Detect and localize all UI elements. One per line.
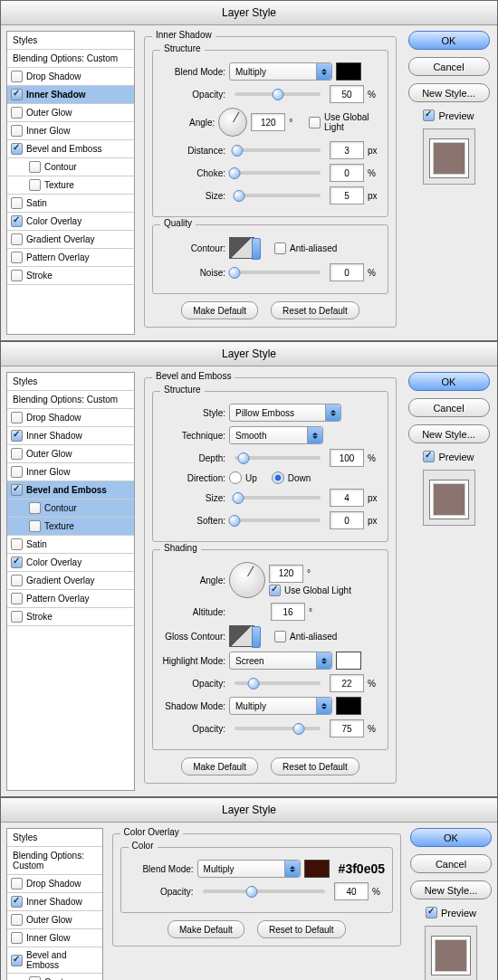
checkbox[interactable] xyxy=(29,520,41,532)
sidebar-bevel-emboss[interactable]: Bevel and Emboss xyxy=(7,140,134,158)
blending-header[interactable]: Blending Options: Custom xyxy=(7,391,134,409)
cancel-button[interactable]: Cancel xyxy=(408,398,490,417)
highlight-opacity-input[interactable] xyxy=(330,674,364,692)
global-light-checkbox[interactable] xyxy=(309,117,321,128)
checkbox[interactable] xyxy=(11,270,23,281)
sidebar-outer-glow[interactable]: Outer Glow xyxy=(7,911,102,929)
sidebar-gradient-overlay[interactable]: Gradient Overlay xyxy=(7,572,134,590)
global-light-checkbox[interactable] xyxy=(269,585,281,596)
soften-input[interactable] xyxy=(330,511,364,529)
contour-picker[interactable] xyxy=(229,237,254,259)
checkbox[interactable] xyxy=(11,71,23,82)
opacity-slider[interactable] xyxy=(235,92,321,96)
sidebar-drop-shadow[interactable]: Drop Shadow xyxy=(7,409,134,427)
styles-header[interactable]: Styles xyxy=(7,829,102,847)
noise-slider[interactable] xyxy=(235,271,321,274)
preview-checkbox[interactable] xyxy=(426,907,437,918)
blending-header[interactable]: Blending Options: Custom xyxy=(7,847,102,875)
sidebar-texture[interactable]: Texture xyxy=(7,176,134,195)
styles-header[interactable]: Styles xyxy=(7,373,134,391)
checkbox[interactable] xyxy=(29,161,41,173)
checkbox[interactable] xyxy=(11,593,23,604)
choke-slider[interactable] xyxy=(235,171,321,175)
sidebar-color-overlay[interactable]: Color Overlay xyxy=(7,554,134,572)
sidebar-gradient-overlay[interactable]: Gradient Overlay xyxy=(7,231,134,249)
highlight-color-swatch[interactable] xyxy=(336,652,361,670)
sidebar-contour[interactable]: Contour xyxy=(7,500,134,518)
checkbox[interactable] xyxy=(11,448,23,460)
size-slider[interactable] xyxy=(235,194,321,197)
opacity-input[interactable] xyxy=(334,882,369,900)
direction-up-radio[interactable] xyxy=(229,471,242,484)
depth-slider[interactable] xyxy=(235,456,321,460)
sidebar-inner-shadow[interactable]: Inner Shadow xyxy=(7,893,102,911)
ok-button[interactable]: OK xyxy=(408,372,490,391)
shadow-opacity-slider[interactable] xyxy=(235,727,321,730)
ok-button[interactable]: OK xyxy=(410,828,492,847)
checkbox[interactable] xyxy=(11,89,23,100)
new-style-button[interactable]: New Style... xyxy=(410,880,492,899)
reset-default-button[interactable]: Reset to Default xyxy=(271,301,359,319)
sidebar-inner-shadow[interactable]: Inner Shadow xyxy=(7,427,134,445)
blending-header[interactable]: Blending Options: Custom xyxy=(7,50,134,68)
altitude-input[interactable] xyxy=(271,603,305,621)
cancel-button[interactable]: Cancel xyxy=(410,854,492,873)
checkbox[interactable] xyxy=(11,143,23,155)
opacity-slider[interactable] xyxy=(203,890,325,893)
sidebar-contour[interactable]: Contour xyxy=(7,974,102,980)
sidebar-drop-shadow[interactable]: Drop Shadow xyxy=(7,68,134,86)
ok-button[interactable]: OK xyxy=(408,31,490,50)
checkbox[interactable] xyxy=(11,611,23,623)
highlight-mode-select[interactable]: Screen xyxy=(229,652,332,670)
size-input[interactable] xyxy=(330,186,364,205)
reset-default-button[interactable]: Reset to Default xyxy=(271,757,359,775)
angle-dial[interactable] xyxy=(218,108,247,137)
sidebar-drop-shadow[interactable]: Drop Shadow xyxy=(7,875,102,893)
reset-default-button[interactable]: Reset to Default xyxy=(257,920,346,938)
sidebar-satin[interactable]: Satin xyxy=(7,195,134,213)
technique-select[interactable]: Smooth xyxy=(229,426,323,444)
sidebar-inner-shadow[interactable]: Inner Shadow xyxy=(7,86,134,104)
sidebar-contour[interactable]: Contour xyxy=(7,158,134,176)
sidebar-color-overlay[interactable]: Color Overlay xyxy=(7,213,134,231)
make-default-button[interactable]: Make Default xyxy=(181,301,258,319)
shadow-color-swatch[interactable] xyxy=(336,697,361,715)
distance-input[interactable] xyxy=(330,141,364,159)
soften-slider[interactable] xyxy=(235,519,321,522)
checkbox[interactable] xyxy=(11,125,23,137)
sidebar-bevel-emboss[interactable]: Bevel and Emboss xyxy=(7,481,134,500)
checkbox[interactable] xyxy=(11,412,23,423)
sidebar-outer-glow[interactable]: Outer Glow xyxy=(7,445,134,463)
new-style-button[interactable]: New Style... xyxy=(408,83,490,102)
checkbox[interactable] xyxy=(29,976,41,980)
styles-header[interactable]: Styles xyxy=(7,32,134,50)
sidebar-stroke[interactable]: Stroke xyxy=(7,267,134,285)
sidebar-stroke[interactable]: Stroke xyxy=(7,608,134,626)
antialias-checkbox[interactable] xyxy=(274,243,286,254)
sidebar-bevel-emboss[interactable]: Bevel and Emboss xyxy=(7,947,102,974)
checkbox[interactable] xyxy=(11,197,23,209)
sidebar-inner-glow[interactable]: Inner Glow xyxy=(7,463,134,481)
sidebar-pattern-overlay[interactable]: Pattern Overlay xyxy=(7,590,134,608)
checkbox[interactable] xyxy=(11,466,23,478)
checkbox[interactable] xyxy=(11,215,23,227)
sidebar-texture[interactable]: Texture xyxy=(7,518,134,536)
highlight-opacity-slider[interactable] xyxy=(235,681,321,685)
shadow-color-swatch[interactable] xyxy=(336,62,361,81)
checkbox[interactable] xyxy=(29,502,41,514)
checkbox[interactable] xyxy=(11,896,23,908)
sidebar-inner-glow[interactable]: Inner Glow xyxy=(7,929,102,947)
noise-input[interactable] xyxy=(330,263,364,281)
sidebar-pattern-overlay[interactable]: Pattern Overlay xyxy=(7,249,134,267)
shadow-mode-select[interactable]: Multiply xyxy=(229,697,332,715)
sidebar-satin[interactable]: Satin xyxy=(7,536,134,554)
checkbox[interactable] xyxy=(11,932,23,944)
checkbox[interactable] xyxy=(11,557,23,568)
direction-down-radio[interactable] xyxy=(272,471,284,484)
cancel-button[interactable]: Cancel xyxy=(408,57,490,76)
overlay-color-swatch[interactable] xyxy=(304,860,330,878)
distance-slider[interactable] xyxy=(235,148,321,152)
checkbox[interactable] xyxy=(11,878,23,890)
opacity-input[interactable] xyxy=(330,85,364,103)
checkbox[interactable] xyxy=(11,955,23,966)
